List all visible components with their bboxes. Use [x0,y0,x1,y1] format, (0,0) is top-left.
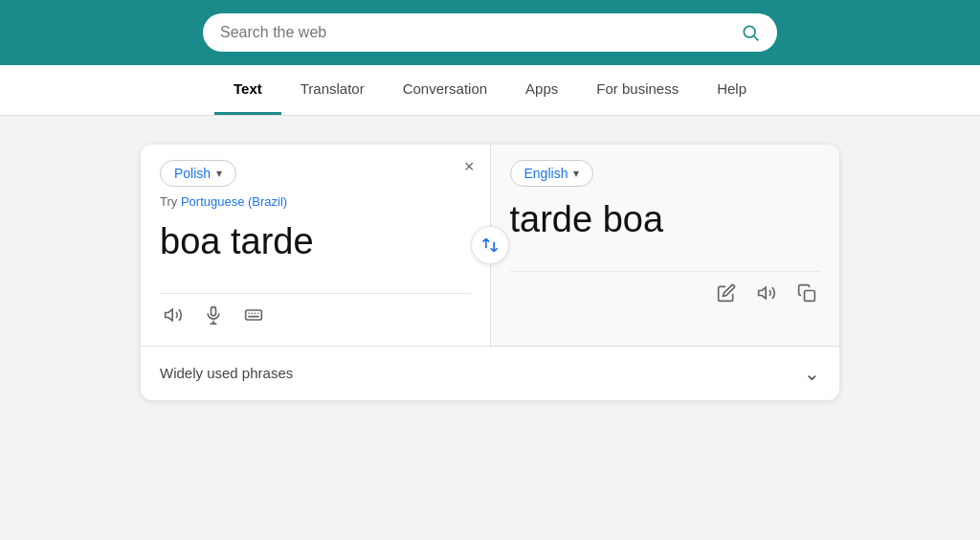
clear-button[interactable]: × [464,158,475,175]
search-bar [203,13,777,52]
nav-item-help[interactable]: Help [698,65,766,115]
source-text: boa tarde [160,220,471,264]
phrases-label: Widely used phrases [160,365,293,381]
mic-button[interactable] [200,302,227,328]
svg-rect-13 [805,290,815,301]
svg-rect-6 [246,310,262,320]
translator-card: Polish ▾ × Try Portuguese (Brazil) boa t… [141,145,839,400]
svg-marker-2 [166,309,173,321]
source-actions [160,293,471,336]
nav-item-conversation[interactable]: Conversation [384,65,506,115]
nav-bar: Text Translator Conversation Apps For bu… [0,65,980,116]
search-button[interactable] [741,23,760,42]
nav-item-translator[interactable]: Translator [281,65,384,115]
edit-button[interactable] [713,280,740,306]
speak-target-button[interactable] [753,280,780,306]
translation-panels: Polish ▾ × Try Portuguese (Brazil) boa t… [141,145,839,346]
source-lang-selector[interactable]: Polish ▾ [160,160,236,187]
source-lang-label: Polish [174,166,211,181]
phrases-chevron: ⌄ [804,362,820,385]
header [0,0,980,65]
svg-marker-12 [759,287,767,299]
main-content: Polish ▾ × Try Portuguese (Brazil) boa t… [0,116,980,429]
nav-item-apps[interactable]: Apps [506,65,577,115]
target-lang-label: English [524,166,568,181]
search-icon [741,23,760,42]
svg-rect-3 [212,306,216,315]
keyboard-icon [244,305,263,325]
nav-item-text[interactable]: Text [214,65,281,115]
phrases-section[interactable]: Widely used phrases ⌄ [141,346,839,400]
try-label: Try [160,194,177,209]
source-lang-chevron: ▾ [216,167,222,180]
keyboard-button[interactable] [240,302,267,328]
target-lang-selector[interactable]: English ▾ [510,160,594,187]
mic-icon [204,305,223,325]
copy-icon [797,283,816,303]
search-input[interactable] [220,24,731,41]
svg-line-1 [754,36,759,41]
speak-source-button[interactable] [160,302,187,328]
swap-button[interactable] [471,226,509,264]
copy-button[interactable] [793,280,820,306]
speaker-icon [164,305,183,325]
swap-icon [480,236,500,255]
svg-point-0 [744,26,755,37]
target-actions [510,271,821,314]
edit-icon [717,283,736,303]
target-panel: English ▾ tarde boa [491,145,840,346]
nav-item-for-business[interactable]: For business [577,65,698,115]
try-suggestion: Try Portuguese (Brazil) [160,194,471,209]
target-text: tarde boa [510,198,821,242]
speaker-target-icon [757,283,776,303]
suggestion-link[interactable]: Portuguese (Brazil) [181,194,287,209]
target-lang-chevron: ▾ [573,167,579,180]
source-panel: Polish ▾ × Try Portuguese (Brazil) boa t… [141,145,491,346]
